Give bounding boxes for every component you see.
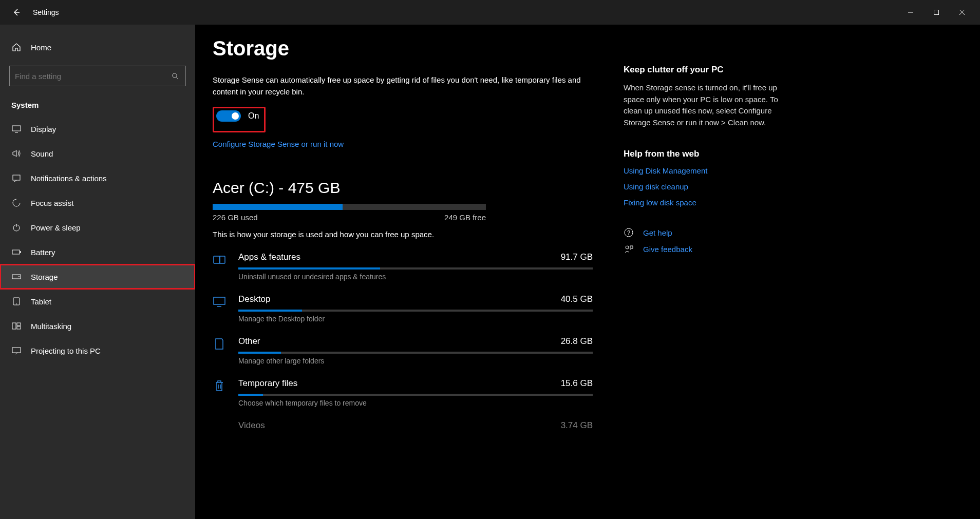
sidebar-item-label: Tablet — [31, 297, 51, 306]
sidebar-item-label: Power & sleep — [31, 223, 81, 232]
svg-point-10 — [16, 303, 17, 304]
section-label: System — [0, 95, 195, 117]
svg-rect-3 — [13, 175, 20, 180]
sidebar-item-display[interactable]: Display — [0, 117, 195, 141]
sidebar-item-multitasking[interactable]: Multitasking — [0, 314, 195, 338]
clutter-body: When Storage sense is turned on, it'll f… — [624, 82, 783, 128]
svg-rect-11 — [12, 323, 16, 329]
give-feedback-link[interactable]: Give feedback — [643, 245, 692, 254]
sidebar-item-battery[interactable]: Battery — [0, 240, 195, 264]
sidebar-item-label: Focus assist — [31, 199, 73, 207]
category-sub: Manage the Desktop folder — [238, 315, 593, 323]
battery-icon — [11, 247, 22, 257]
back-arrow-icon — [12, 8, 21, 16]
configure-link[interactable]: Configure Storage Sense or run it now — [213, 140, 344, 148]
category-size: 26.8 GB — [561, 336, 593, 347]
toggle-highlight: On — [213, 107, 266, 132]
svg-rect-6 — [20, 251, 21, 253]
category-desktop[interactable]: Desktop40.5 GB Manage the Desktop folder — [213, 294, 593, 323]
sound-icon — [11, 148, 22, 159]
maximize-button[interactable] — [925, 4, 948, 21]
sidebar-item-projecting[interactable]: Projecting to this PC — [0, 338, 195, 363]
category-name: Desktop — [238, 294, 270, 304]
category-name: Other — [238, 336, 260, 347]
sidebar-item-power-sleep[interactable]: Power & sleep — [0, 215, 195, 240]
home-icon — [11, 42, 22, 52]
clutter-title: Keep clutter off your PC — [624, 65, 783, 75]
sidebar-item-notifications[interactable]: Notifications & actions — [0, 166, 195, 190]
sidebar-item-storage[interactable]: Storage — [0, 264, 195, 289]
window-title: Settings — [27, 8, 899, 16]
search-input[interactable] — [15, 72, 170, 81]
trash-icon — [213, 378, 229, 393]
used-text: 226 GB used — [213, 213, 258, 222]
storage-sense-toggle[interactable] — [216, 110, 241, 122]
svg-point-1 — [173, 73, 177, 78]
svg-rect-16 — [219, 256, 220, 263]
help-link-disk-cleanup[interactable]: Using disk cleanup — [624, 182, 783, 191]
home-label: Home — [31, 43, 51, 52]
svg-rect-5 — [12, 250, 20, 254]
category-size: 40.5 GB — [561, 294, 593, 304]
drive-usage-bar — [213, 204, 486, 210]
help-link-low-disk-space[interactable]: Fixing low disk space — [624, 198, 783, 207]
sidebar-item-tablet[interactable]: Tablet — [0, 289, 195, 314]
svg-text:?: ? — [627, 229, 630, 236]
category-temp[interactable]: Temporary files15.6 GB Choose which temp… — [213, 378, 593, 407]
category-other[interactable]: Other26.8 GB Manage other large folders — [213, 336, 593, 365]
category-sub: Manage other large folders — [238, 357, 593, 365]
get-help-link[interactable]: Get help — [643, 228, 672, 237]
get-help-row[interactable]: ? Get help — [624, 227, 783, 238]
maximize-icon — [933, 9, 939, 15]
tablet-icon — [11, 296, 22, 306]
right-column: Keep clutter off your PC When Storage se… — [624, 37, 783, 519]
sidebar-item-label: Storage — [31, 273, 58, 281]
give-feedback-row[interactable]: Give feedback — [624, 244, 783, 254]
minimize-icon — [908, 9, 914, 15]
close-button[interactable] — [950, 4, 974, 21]
sidebar-item-label: Notifications & actions — [31, 174, 107, 183]
svg-rect-17 — [214, 297, 225, 304]
help-web-title: Help from the web — [624, 149, 783, 159]
titlebar: Settings — [0, 0, 980, 25]
category-apps[interactable]: Apps & features91.7 GB Uninstall unused … — [213, 252, 593, 281]
help-link-disk-management[interactable]: Using Disk Management — [624, 166, 783, 175]
power-icon — [11, 222, 22, 233]
storage-sense-description: Storage Sense can automatically free up … — [213, 74, 593, 98]
sidebar-item-label: Display — [31, 125, 56, 133]
usage-description: This is how your storage is used and how… — [213, 230, 593, 239]
category-size: 3.74 GB — [561, 420, 593, 431]
apps-icon — [213, 252, 229, 266]
help-icon: ? — [624, 227, 634, 238]
multitasking-icon — [11, 321, 22, 331]
search-icon — [170, 71, 180, 81]
focus-icon — [11, 198, 22, 208]
toggle-state-label: On — [248, 111, 259, 121]
drive-heading: Acer (C:) - 475 GB — [213, 179, 593, 197]
back-button[interactable] — [6, 8, 27, 16]
notifications-icon — [11, 173, 22, 183]
home-button[interactable]: Home — [0, 35, 195, 60]
search-container[interactable] — [9, 66, 186, 86]
svg-rect-2 — [12, 126, 21, 131]
category-name: Apps & features — [238, 252, 300, 262]
category-sub: Uninstall unused or undesired apps & fea… — [238, 273, 593, 281]
sidebar: Home System Display Sound Notifications … — [0, 25, 195, 519]
category-name: Videos — [238, 420, 265, 431]
svg-point-8 — [18, 276, 20, 277]
sidebar-item-focus-assist[interactable]: Focus assist — [0, 190, 195, 215]
svg-point-20 — [626, 246, 629, 249]
category-sub: Choose which temporary files to remove — [238, 399, 593, 407]
category-videos[interactable]: Videos3.74 GB — [213, 420, 593, 431]
sidebar-item-sound[interactable]: Sound — [0, 141, 195, 166]
free-text: 249 GB free — [444, 213, 486, 222]
minimize-button[interactable] — [899, 4, 922, 21]
sidebar-item-label: Battery — [31, 248, 55, 257]
category-size: 15.6 GB — [561, 378, 593, 389]
sidebar-item-label: Projecting to this PC — [31, 347, 101, 355]
svg-rect-0 — [934, 10, 939, 15]
sidebar-item-label: Multitasking — [31, 322, 71, 331]
videos-icon — [213, 420, 229, 421]
display-icon — [11, 124, 22, 134]
content-area: Storage Storage Sense can automatically … — [195, 25, 980, 519]
